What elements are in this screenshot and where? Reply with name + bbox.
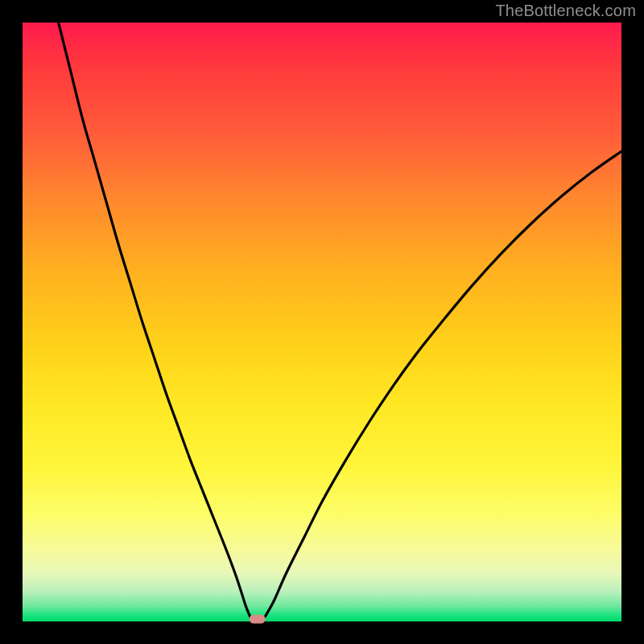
plot-area xyxy=(23,23,621,621)
curve-group xyxy=(59,23,621,617)
curve-right-branch xyxy=(265,151,621,617)
curve-left-branch xyxy=(59,23,250,617)
marker-group xyxy=(250,615,266,624)
bottleneck-marker xyxy=(250,615,266,624)
watermark-text: TheBottleneck.com xyxy=(495,2,636,20)
chart-svg xyxy=(23,23,621,621)
chart-frame: TheBottleneck.com xyxy=(0,0,644,644)
